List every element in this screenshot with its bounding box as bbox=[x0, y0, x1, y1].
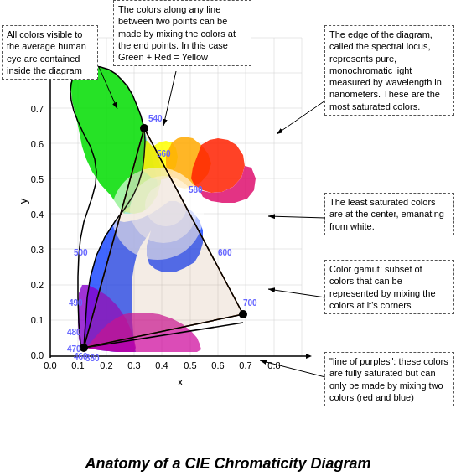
svg-text:0.7: 0.7 bbox=[239, 360, 251, 370]
svg-text:0.8: 0.8 bbox=[267, 360, 280, 370]
annotation-least-saturated: The least saturated colors are at the ce… bbox=[324, 193, 454, 235]
svg-text:y: y bbox=[17, 198, 29, 204]
svg-marker-46 bbox=[306, 354, 312, 359]
svg-text:0.6: 0.6 bbox=[31, 139, 44, 149]
svg-text:0.3: 0.3 bbox=[31, 245, 44, 255]
svg-text:x: x bbox=[178, 375, 184, 388]
annotation-spectral-locus: The edge of the diagram, called the spec… bbox=[324, 25, 454, 116]
annotation-color-gamut: Color gamut: subset of colors that can b… bbox=[324, 260, 454, 314]
svg-text:0.2: 0.2 bbox=[100, 360, 112, 370]
svg-text:490: 490 bbox=[69, 298, 83, 308]
svg-text:580: 580 bbox=[189, 185, 203, 194]
svg-text:0.4: 0.4 bbox=[155, 360, 168, 370]
annotation-mixing: The colors along any line between two po… bbox=[113, 0, 251, 66]
svg-text:700: 700 bbox=[243, 298, 257, 308]
svg-text:0.1: 0.1 bbox=[71, 360, 84, 370]
svg-text:0.0: 0.0 bbox=[44, 360, 56, 370]
page-title: Anatomy of a CIE Chromaticity Diagram bbox=[0, 455, 456, 473]
svg-text:480: 480 bbox=[67, 328, 81, 337]
svg-text:0.0: 0.0 bbox=[31, 350, 44, 360]
svg-text:0.7: 0.7 bbox=[31, 104, 44, 114]
svg-text:600: 600 bbox=[218, 248, 232, 257]
svg-text:0.5: 0.5 bbox=[31, 174, 44, 184]
svg-text:500: 500 bbox=[74, 248, 88, 257]
svg-text:540: 540 bbox=[148, 114, 163, 123]
svg-text:0.5: 0.5 bbox=[184, 360, 196, 370]
svg-text:0.6: 0.6 bbox=[211, 360, 224, 370]
annotation-line-of-purples: "line of purples": these colors are full… bbox=[324, 352, 454, 406]
svg-text:560: 560 bbox=[157, 149, 171, 158]
svg-text:0.3: 0.3 bbox=[127, 360, 140, 370]
svg-text:380: 380 bbox=[86, 354, 100, 363]
svg-text:0.1: 0.1 bbox=[31, 315, 44, 325]
svg-text:0.4: 0.4 bbox=[31, 210, 44, 220]
svg-text:0.2: 0.2 bbox=[31, 280, 44, 290]
annotation-all-colors: All colors visible to the average human … bbox=[2, 25, 98, 80]
